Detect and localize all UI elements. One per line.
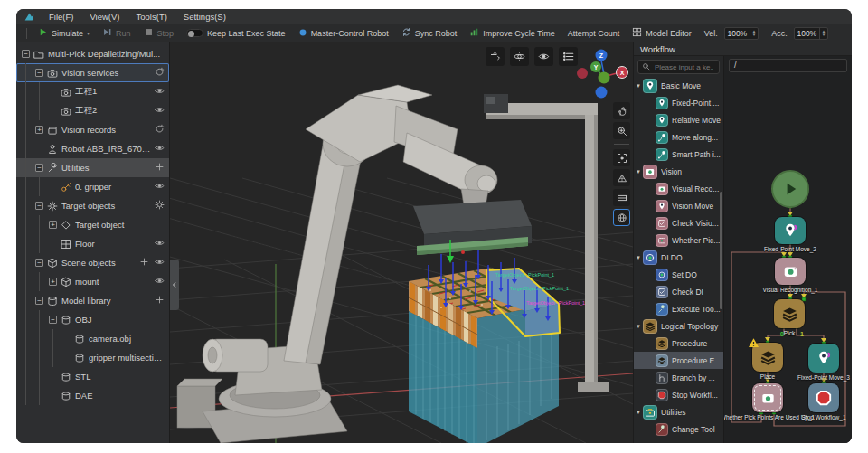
- workflow-step-item[interactable]: Fixed-Point ...: [634, 94, 723, 111]
- keep-last-exec-toggle[interactable]: Keep Last Exec State: [180, 24, 292, 42]
- workflow-step-group[interactable]: ▼Logical Topology: [634, 317, 723, 335]
- workflow-step-item[interactable]: Procedure: [634, 335, 723, 352]
- eye-icon[interactable]: [155, 257, 165, 269]
- tree-row[interactable]: −Model library: [16, 291, 169, 310]
- expander-icon[interactable]: −: [35, 164, 43, 172]
- caret-down-icon[interactable]: ▼: [634, 83, 643, 89]
- workflow-step-item[interactable]: Move along...: [634, 128, 723, 146]
- orientation-gizmo[interactable]: Z Y X: [577, 50, 628, 99]
- orthographic-view-icon[interactable]: [613, 189, 630, 206]
- zoom-in-icon[interactable]: [613, 122, 630, 139]
- sync-robot-button[interactable]: Sync Robot: [395, 24, 464, 42]
- tree-row[interactable]: −Target objects: [16, 196, 169, 215]
- tree-row[interactable]: DAE: [16, 386, 169, 405]
- velocity-stepper[interactable]: 100% ▲▼: [724, 27, 759, 40]
- workflow-node-whether-pick-points[interactable]: [752, 383, 783, 412]
- refresh-icon[interactable]: [155, 67, 165, 79]
- eye-icon[interactable]: [155, 143, 165, 155]
- workflow-step-group[interactable]: ▼DI DO: [634, 249, 723, 266]
- viewport-3d[interactable]: TargetObject - PickPoint_1 TargetObject …: [170, 42, 633, 443]
- workflow-step-item[interactable]: Relative Move: [634, 111, 723, 128]
- workflow-step-item[interactable]: Check Visio...: [634, 214, 723, 231]
- caret-down-icon[interactable]: ▼: [634, 324, 643, 329]
- stop-button[interactable]: Stop: [137, 24, 181, 42]
- plus-icon[interactable]: [139, 257, 149, 269]
- workflow-node-place[interactable]: [752, 343, 783, 372]
- rotate-view-icon[interactable]: [510, 47, 529, 66]
- menu-tools[interactable]: Tools(T): [130, 11, 174, 23]
- tree-row[interactable]: −Multi-Pick Depalletizing/Mul...: [16, 44, 169, 63]
- caret-down-icon[interactable]: ▼: [634, 255, 643, 260]
- tree-row[interactable]: gripper multisectio...: [16, 348, 169, 367]
- gizmo-z-negative[interactable]: [596, 87, 608, 99]
- workflow-node-fixed-point-move-2[interactable]: [775, 217, 806, 244]
- attempt-count-button[interactable]: Attempt Count: [561, 24, 627, 42]
- workflow-step-item[interactable]: Set DO: [634, 266, 723, 283]
- tree-row[interactable]: +Vision records: [16, 120, 169, 139]
- eye-icon[interactable]: [155, 86, 165, 98]
- expander-icon[interactable]: +: [35, 126, 43, 134]
- workflow-step-item[interactable]: Branch by ...: [634, 369, 723, 386]
- workflow-step-group[interactable]: ▼Basic Move: [634, 77, 723, 94]
- workflow-step-item[interactable]: Stop Workfl...: [634, 386, 723, 403]
- workflow-step-item[interactable]: Whether Pic...: [634, 231, 723, 249]
- workflow-canvas[interactable]: /: [724, 56, 852, 443]
- tree-row[interactable]: −Scene objects: [16, 253, 169, 272]
- stepper-arrows-icon[interactable]: ▲▼: [819, 28, 827, 39]
- visibility-eye-icon[interactable]: [534, 47, 553, 66]
- model-editor-button[interactable]: Model Editor: [626, 24, 698, 42]
- workflow-step-item[interactable]: Execute Too...: [634, 300, 723, 317]
- eye-icon[interactable]: [155, 105, 165, 117]
- plus-icon[interactable]: [155, 295, 165, 307]
- expander-icon[interactable]: +: [49, 221, 57, 229]
- expander-icon[interactable]: −: [22, 50, 30, 58]
- plus-icon[interactable]: [155, 162, 165, 174]
- breadcrumb[interactable]: /: [729, 59, 847, 72]
- tree-row[interactable]: Robot ABB_IRB_6700_20...: [16, 139, 169, 158]
- improve-cycle-time-button[interactable]: Improve Cycle Time: [463, 24, 561, 42]
- expander-icon[interactable]: −: [35, 202, 43, 210]
- workflow-step-item[interactable]: Vision Move: [634, 197, 723, 214]
- menu-settings[interactable]: Settings(S): [177, 11, 232, 23]
- tree-row[interactable]: camera.obj: [16, 329, 169, 348]
- workflow-step-item[interactable]: Smart Path i...: [634, 146, 723, 163]
- tree-row[interactable]: −Vision services: [16, 63, 169, 82]
- acceleration-stepper[interactable]: 100% ▲▼: [794, 27, 828, 40]
- tree-row[interactable]: +mount: [16, 272, 169, 291]
- workflow-step-item[interactable]: Change Tool: [634, 420, 723, 438]
- scrollbar-thumb[interactable]: [720, 192, 722, 309]
- stepper-arrows-icon[interactable]: ▲▼: [750, 28, 758, 39]
- workflow-step-group[interactable]: ▼Vision: [634, 163, 723, 180]
- projection-globe-icon[interactable]: [613, 209, 630, 226]
- tree-row[interactable]: −OBJ: [16, 310, 169, 329]
- workflow-node-fixed-point-move-3[interactable]: [808, 344, 839, 373]
- perspective-view-icon[interactable]: [613, 169, 630, 186]
- tree-row[interactable]: 工程2: [16, 101, 169, 120]
- workflow-step-item[interactable]: Visual Reco...: [634, 180, 723, 197]
- menu-file[interactable]: File(F): [42, 11, 80, 23]
- workflow-search[interactable]: [637, 60, 720, 74]
- eye-icon[interactable]: [155, 276, 165, 288]
- tree-row[interactable]: 工程1: [16, 82, 169, 101]
- workflow-node-stop-workflow-1[interactable]: [808, 383, 839, 412]
- workflow-step-group[interactable]: ▼Utilities: [634, 403, 723, 420]
- tree-row[interactable]: −Utilities: [16, 158, 169, 177]
- master-control-robot-button[interactable]: Master-Control Robot: [292, 24, 395, 42]
- gizmo-y-negative[interactable]: [599, 72, 610, 84]
- expander-icon[interactable]: −: [35, 297, 43, 305]
- toggle-off-icon[interactable]: [186, 29, 203, 37]
- eye-icon[interactable]: [155, 238, 165, 250]
- search-input[interactable]: [653, 62, 715, 72]
- transform-tool-icon[interactable]: [486, 47, 505, 66]
- display-list-icon[interactable]: [559, 47, 578, 66]
- eye-icon[interactable]: [155, 181, 165, 193]
- workflow-step-item[interactable]: Procedure E...: [634, 352, 723, 369]
- refresh-icon[interactable]: [155, 124, 165, 136]
- workflow-node-visual-recognition-1[interactable]: [775, 258, 806, 285]
- tree-row[interactable]: +Target object: [16, 215, 169, 234]
- caret-down-icon[interactable]: ▼: [634, 169, 643, 175]
- workflow-start-button[interactable]: [771, 170, 809, 208]
- workflow-step-item[interactable]: Check DI: [634, 283, 723, 300]
- simulate-button[interactable]: Simulate ▾: [32, 24, 96, 42]
- gear-icon[interactable]: [155, 200, 165, 212]
